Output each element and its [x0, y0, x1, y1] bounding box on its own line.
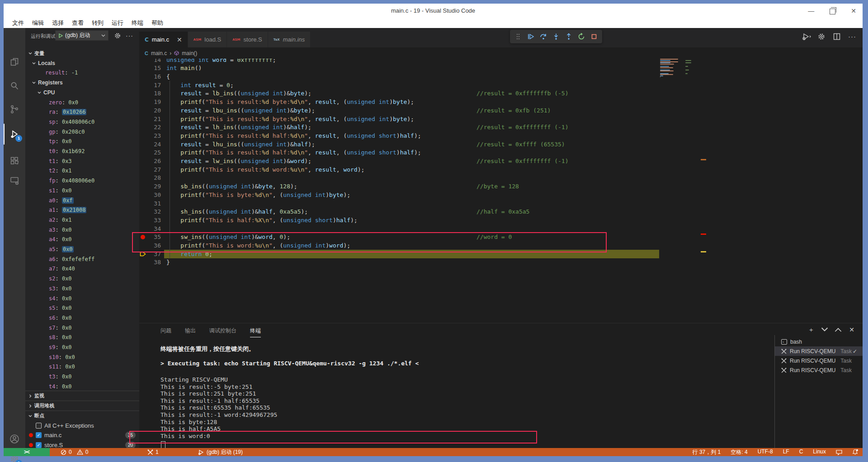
search-icon[interactable]: [9, 80, 20, 91]
register-row-t0[interactable]: t0: 0x1b692: [25, 146, 139, 156]
tab-store.S[interactable]: ASMstore.S: [227, 32, 268, 47]
line-number[interactable]: 15: [143, 64, 161, 72]
group-locals[interactable]: Locals: [25, 58, 139, 68]
close-panel-icon[interactable]: ✕: [848, 326, 855, 333]
code-editor[interactable]: 14unsigned int word = 0xffffffff;15int m…: [139, 59, 863, 323]
run-or-debug-icon[interactable]: [802, 33, 810, 41]
step-out-button[interactable]: [563, 31, 574, 42]
code-line-27[interactable]: 27 printf("This is result:%d word:%u\n",…: [139, 165, 863, 174]
code-line-25[interactable]: 25 printf("This is result:%d half:%d\n",…: [139, 148, 863, 157]
register-row-s11[interactable]: s11: 0x0: [25, 362, 139, 372]
register-row-ra[interactable]: ra: 0x10266: [25, 107, 139, 117]
run-debug-icon[interactable]: 1: [9, 129, 20, 140]
line-number[interactable]: 21: [143, 115, 161, 123]
continue-button[interactable]: [525, 31, 536, 42]
register-row-zero[interactable]: zero: 0x0: [25, 98, 139, 107]
tasks-status[interactable]: 1: [147, 448, 159, 456]
code-line-20[interactable]: 20 result = lbu_ins((unsigned int)&byte)…: [139, 106, 863, 115]
register-row-t3[interactable]: t3: 0x0: [25, 372, 139, 382]
step-into-button[interactable]: [551, 31, 561, 42]
register-row-s10[interactable]: s10: 0x0: [25, 352, 139, 362]
line-number[interactable]: 33: [143, 216, 161, 224]
register-row-gp[interactable]: gp: 0x208c0: [25, 127, 139, 137]
code-line-31[interactable]: 31: [139, 199, 863, 208]
code-text[interactable]: printf("This is result:%d word:%u\n", re…: [166, 165, 364, 174]
code-line-30[interactable]: 30 printf("This is byte:%d\n", (unsigned…: [139, 191, 863, 199]
panel-tab-问题[interactable]: 问题: [160, 327, 171, 337]
code-line-17[interactable]: 17 int result = 0;: [139, 81, 863, 89]
line-number[interactable]: 16: [143, 72, 161, 81]
code-line-35[interactable]: 35 sw_ins((unsigned int)&word, 0);//word…: [139, 233, 863, 241]
status-item[interactable]: 空格: 4: [731, 448, 747, 456]
line-number[interactable]: 38: [143, 258, 161, 266]
split-editor-icon[interactable]: [833, 33, 841, 41]
register-row-result[interactable]: result: -1: [25, 68, 139, 78]
breadcrumb[interactable]: C main.c › main(): [139, 47, 863, 59]
code-line-28[interactable]: 28: [139, 173, 863, 182]
line-number[interactable]: 32: [143, 207, 161, 216]
step-over-button[interactable]: [538, 31, 549, 42]
tab-load.S[interactable]: ASMload.S: [188, 32, 227, 47]
register-row-a0[interactable]: a0: 0xf: [25, 196, 139, 205]
breadcrumb-file[interactable]: main.c: [151, 50, 167, 56]
code-line-36[interactable]: 36 printf("This is word:%u\n", (unsigned…: [139, 241, 863, 250]
register-row-t4[interactable]: t4: 0x0: [25, 382, 139, 391]
section-breakpoints[interactable]: 断点: [25, 411, 139, 420]
gear-icon[interactable]: [817, 33, 826, 41]
more-actions-icon[interactable]: ···: [848, 33, 856, 41]
code-line-34[interactable]: 34: [139, 224, 863, 233]
register-row-s4[interactable]: s4: 0x0: [25, 294, 139, 303]
line-number[interactable]: 18: [143, 89, 161, 98]
register-row-s9[interactable]: s9: 0x0: [25, 342, 139, 352]
group-registers[interactable]: Registers: [25, 78, 139, 88]
breakpoint-checkbox[interactable]: [36, 423, 42, 429]
code-text[interactable]: result = lb_ins((unsigned int)&byte);: [166, 89, 311, 98]
register-row-s7[interactable]: s7: 0x0: [25, 323, 139, 333]
feedback-icon[interactable]: [836, 449, 842, 455]
task-list-item-bash[interactable]: ›bash: [775, 337, 863, 346]
maximize-panel-icon[interactable]: [835, 326, 842, 333]
code-text[interactable]: result = lw_ins((unsigned int)&word);: [166, 157, 311, 165]
breakpoint-row-All C++ Exceptions[interactable]: All C++ Exceptions: [25, 420, 139, 430]
close-icon[interactable]: ✕: [851, 6, 856, 15]
code-text[interactable]: }: [166, 258, 170, 266]
code-line-37[interactable]: 37 return 0;: [139, 250, 863, 258]
notifications-bell-icon[interactable]: [852, 449, 858, 455]
code-line-26[interactable]: 26 result = lw_ins((unsigned int)&word);…: [139, 157, 863, 165]
remote-indicator[interactable]: ><: [4, 448, 50, 456]
restore-icon[interactable]: [830, 9, 835, 14]
menu-item-查看[interactable]: 查看: [68, 19, 88, 27]
register-row-tp[interactable]: tp: 0x0: [25, 136, 139, 146]
code-text[interactable]: sb_ins((unsigned int)&byte, 128);: [166, 182, 297, 191]
extensions-icon[interactable]: [9, 155, 20, 166]
task-list-item-Run RISCV-QEMU[interactable]: Run RISCV-QEMUTask: [775, 356, 863, 366]
close-tab-icon[interactable]: ✕: [177, 36, 182, 43]
menu-item-终端[interactable]: 终端: [127, 19, 147, 27]
minimize-icon[interactable]: —: [808, 6, 814, 15]
debug-session-status[interactable]: (gdb) 启动 (19): [198, 448, 243, 456]
line-number[interactable]: 24: [143, 140, 161, 149]
line-number[interactable]: 19: [143, 98, 161, 106]
remote-explorer-icon[interactable]: [9, 175, 20, 186]
menu-item-编辑[interactable]: 编辑: [28, 19, 48, 27]
toolbar-grip[interactable]: [513, 31, 524, 42]
menu-item-文件[interactable]: 文件: [8, 19, 28, 27]
task-list-item-Run RISCV-QEMU[interactable]: Run RISCV-QEMUTask: [775, 366, 863, 375]
section-variables[interactable]: 变量: [25, 48, 139, 58]
tab-main.c[interactable]: Cmain.c✕: [139, 32, 188, 47]
panel-tab-调试控制台[interactable]: 调试控制台: [209, 327, 236, 337]
breakpoint-row-store.S[interactable]: ✓store.S20: [25, 440, 139, 448]
register-row-t1[interactable]: t1: 0x3: [25, 156, 139, 166]
code-text[interactable]: printf("This is result:%d byte:%d\n", re…: [166, 98, 414, 106]
new-terminal-icon[interactable]: ＋: [807, 326, 815, 333]
source-control-icon[interactable]: [9, 104, 20, 115]
code-text[interactable]: printf("This is result:%d byte:%d\n", re…: [166, 115, 414, 123]
line-number[interactable]: 26: [143, 157, 161, 165]
status-item[interactable]: Linux: [813, 448, 826, 456]
register-row-a2[interactable]: a2: 0x1: [25, 215, 139, 225]
code-line-15[interactable]: 15int main(): [139, 64, 863, 72]
line-number[interactable]: 37: [143, 250, 161, 258]
menu-item-运行[interactable]: 运行: [108, 19, 127, 27]
code-line-16[interactable]: 16{: [139, 72, 863, 81]
menu-item-转到[interactable]: 转到: [88, 19, 108, 27]
